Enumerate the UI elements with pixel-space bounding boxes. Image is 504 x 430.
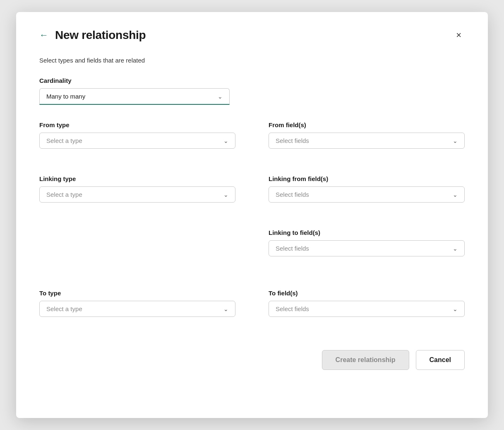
dialog-subtitle: Select types and fields that are related [39, 57, 465, 64]
linking-to-fields-placeholder: Select fields [276, 245, 309, 252]
to-type-label: To type [39, 290, 235, 297]
linking-from-fields-group: Linking from field(s) Select fields ⌄ [269, 175, 465, 203]
dialog-header: ← New relationship × [39, 29, 465, 42]
to-type-dropdown[interactable]: Select a type ⌄ [39, 301, 235, 317]
from-fields-dropdown[interactable]: Select fields ⌄ [269, 133, 465, 149]
new-relationship-dialog: ← New relationship × Select types and fi… [16, 12, 488, 418]
cardinality-section: Cardinality Many to many ⌄ [39, 77, 465, 105]
to-fields-dropdown[interactable]: Select fields ⌄ [269, 301, 465, 317]
cardinality-label: Cardinality [39, 77, 465, 84]
to-type-chevron-icon: ⌄ [223, 306, 228, 312]
to-type-group: To type Select a type ⌄ [39, 290, 235, 317]
from-type-label: From type [39, 121, 235, 128]
linking-type-dropdown[interactable]: Select a type ⌄ [39, 186, 235, 203]
left-column: From type Select a type ⌄ Linking type S… [39, 121, 235, 270]
linking-from-fields-dropdown[interactable]: Select fields ⌄ [269, 186, 465, 203]
close-button[interactable]: × [453, 29, 465, 41]
to-fields-placeholder: Select fields [276, 305, 309, 312]
linking-to-fields-dropdown[interactable]: Select fields ⌄ [269, 240, 465, 256]
cardinality-select-wrapper: Many to many ⌄ [39, 88, 230, 105]
dialog-footer: Create relationship Cancel [39, 350, 465, 370]
to-fields-group: To field(s) Select fields ⌄ [269, 290, 465, 317]
to-fields-chevron-icon: ⌄ [453, 306, 458, 312]
linking-to-fields-group: Linking to field(s) Select fields ⌄ [269, 229, 465, 256]
to-row: To type Select a type ⌄ To field(s) Sele… [39, 290, 465, 330]
create-relationship-button[interactable]: Create relationship [322, 350, 409, 370]
linking-to-fields-chevron-icon: ⌄ [453, 245, 458, 252]
main-layout: From type Select a type ⌄ Linking type S… [39, 121, 465, 270]
from-fields-chevron-icon: ⌄ [453, 138, 458, 144]
linking-from-fields-chevron-icon: ⌄ [453, 191, 458, 198]
cardinality-dropdown[interactable]: Many to many ⌄ [39, 88, 230, 105]
from-fields-placeholder: Select fields [276, 137, 309, 144]
from-type-chevron-icon: ⌄ [223, 138, 228, 144]
right-column: From field(s) Select fields ⌄ Linking fr… [269, 121, 465, 270]
back-icon[interactable]: ← [39, 31, 48, 40]
title-group: ← New relationship [39, 29, 146, 42]
from-type-dropdown[interactable]: Select a type ⌄ [39, 133, 235, 149]
cardinality-chevron-icon: ⌄ [218, 93, 223, 100]
from-fields-label: From field(s) [269, 121, 465, 128]
from-type-placeholder: Select a type [46, 137, 82, 144]
linking-from-fields-label: Linking from field(s) [269, 175, 465, 182]
linking-type-group: Linking type Select a type ⌄ [39, 175, 235, 203]
dialog-title: New relationship [55, 29, 146, 42]
to-type-placeholder: Select a type [46, 305, 82, 312]
cardinality-value: Many to many [46, 93, 85, 100]
to-fields-label: To field(s) [269, 290, 465, 297]
linking-from-fields-placeholder: Select fields [276, 191, 309, 198]
from-fields-group: From field(s) Select fields ⌄ [269, 121, 465, 149]
linking-type-placeholder: Select a type [46, 191, 82, 198]
from-type-group: From type Select a type ⌄ [39, 121, 235, 149]
cancel-button[interactable]: Cancel [416, 350, 465, 370]
linking-to-fields-label: Linking to field(s) [269, 229, 465, 236]
linking-type-chevron-icon: ⌄ [223, 191, 228, 198]
linking-type-label: Linking type [39, 175, 235, 182]
